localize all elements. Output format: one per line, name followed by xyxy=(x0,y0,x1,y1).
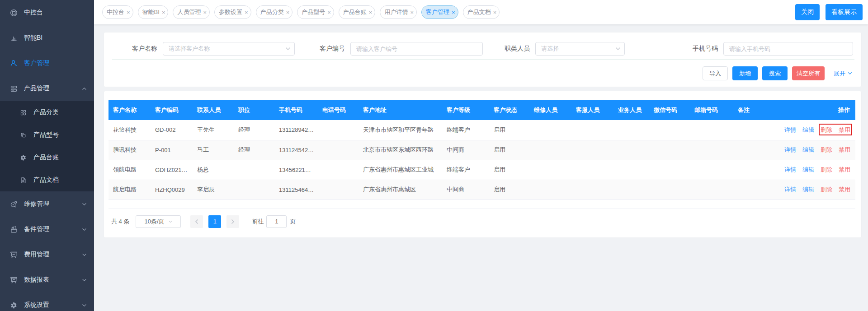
action-禁用-link[interactable]: 禁用 xyxy=(839,146,850,153)
tab-智能BI[interactable]: 智能BI× xyxy=(138,5,169,19)
action-删除-link[interactable]: 删除 xyxy=(821,126,832,133)
close-tab-icon[interactable]: × xyxy=(162,9,165,15)
cell-手机号码: 131124542… xyxy=(274,140,318,160)
highlight-annotation-wrap: 删除禁用 xyxy=(821,126,850,133)
tab-产品分类[interactable]: 产品分类× xyxy=(256,5,293,19)
page-size-select[interactable]: 10条/页 xyxy=(136,215,181,228)
close-tab-icon[interactable]: × xyxy=(127,9,130,15)
cell-业务人员 xyxy=(613,160,649,180)
select-placeholder: 请选择 xyxy=(541,45,613,53)
action-详情-link[interactable]: 详情 xyxy=(784,126,796,133)
filter-card: 客户名称请选择客户名称客户编号职类人员请选择手机号码 导入 新增 搜索 清空所有… xyxy=(104,32,861,87)
cell-备注 xyxy=(733,120,780,140)
close-tab-icon[interactable]: × xyxy=(286,9,290,15)
filter-input-field[interactable] xyxy=(729,46,849,52)
cell-手机号码: 131128942… xyxy=(274,120,318,140)
document-icon xyxy=(20,177,27,184)
close-tab-icon[interactable]: × xyxy=(410,9,414,15)
sidebar-subitem-label: 产品台账 xyxy=(33,153,59,162)
cell-职位: 经理 xyxy=(234,140,274,160)
sidebar-subitem-产品台账[interactable]: 产品台账 xyxy=(0,146,94,169)
close-tab-icon[interactable]: × xyxy=(245,9,248,15)
sidebar-subitem-产品分类[interactable]: 产品分类 xyxy=(0,101,94,124)
cell-职位 xyxy=(234,160,274,180)
sidebar-item-label: 维修管理 xyxy=(24,200,49,208)
tab-产品台账[interactable]: 产品台账× xyxy=(339,5,376,19)
action-禁用-link[interactable]: 禁用 xyxy=(839,126,850,133)
sidebar-item-4[interactable]: 产品管理 xyxy=(0,76,94,101)
column-header-电话号码: 电话号码 xyxy=(318,100,359,120)
action-详情-link[interactable]: 详情 xyxy=(784,146,796,153)
sidebar-item-2[interactable]: 智能BI xyxy=(0,25,94,51)
tab-label: 智能BI xyxy=(142,8,160,16)
page-size-value: 10条/页 xyxy=(144,218,164,226)
chevron-left-icon xyxy=(195,219,198,224)
filter-input-field[interactable] xyxy=(356,46,479,52)
action-禁用-link[interactable]: 禁用 xyxy=(839,166,850,173)
filter-field-label: 手机号码 xyxy=(665,45,718,53)
search-button[interactable]: 搜索 xyxy=(762,66,788,80)
sidebar-subitem-产品文档[interactable]: 产品文档 xyxy=(0,169,94,191)
chevron-right-icon xyxy=(231,219,235,224)
filter-input[interactable] xyxy=(350,42,483,56)
tab-参数设置[interactable]: 参数设置× xyxy=(214,5,251,19)
close-button[interactable]: 关闭 xyxy=(795,4,820,20)
tab-label: 客户管理 xyxy=(426,8,449,16)
import-button[interactable]: 导入 xyxy=(703,66,728,80)
close-tab-icon[interactable]: × xyxy=(327,9,331,15)
cell-维修人员 xyxy=(529,160,571,180)
board-display-button[interactable]: 看板展示 xyxy=(826,4,863,20)
sidebar-item-label: 备件管理 xyxy=(24,225,49,233)
sidebar-item-label: 系统设置 xyxy=(24,301,49,309)
filter-select[interactable]: 请选择 xyxy=(535,42,625,56)
filter-select[interactable]: 请选择客户名称 xyxy=(163,42,295,56)
tab-产品型号[interactable]: 产品型号× xyxy=(297,5,334,19)
action-删除-link[interactable]: 删除 xyxy=(821,166,832,173)
filter-input[interactable] xyxy=(723,42,853,56)
tab-label: 中控台 xyxy=(107,8,124,16)
close-tab-icon[interactable]: × xyxy=(452,9,455,15)
tab-人员管理[interactable]: 人员管理× xyxy=(173,5,210,19)
table-header-row: 客户名称客户编码联系人员职位手机号码电话号码客户地址客户等级客户状态维修人员客服… xyxy=(108,100,855,120)
tab-用户详情[interactable]: 用户详情× xyxy=(380,5,417,19)
tab-客户管理[interactable]: 客户管理× xyxy=(421,5,458,19)
action-编辑-link[interactable]: 编辑 xyxy=(802,126,814,133)
action-编辑-link[interactable]: 编辑 xyxy=(802,186,814,193)
action-删除-link[interactable]: 删除 xyxy=(821,146,832,153)
prev-page-button[interactable] xyxy=(190,215,203,228)
close-tab-icon[interactable]: × xyxy=(493,9,497,15)
sidebar-item-6[interactable]: 备件管理 xyxy=(0,217,94,242)
page-1-button[interactable]: 1 xyxy=(208,215,221,228)
action-禁用-link[interactable]: 禁用 xyxy=(839,186,850,193)
sidebar-item-9[interactable]: 系统设置 xyxy=(0,292,94,311)
sidebar-item-5[interactable]: 维修管理 xyxy=(0,191,94,217)
expand-link[interactable]: 展开 xyxy=(834,70,852,78)
chevron-up-icon xyxy=(82,87,87,90)
add-button[interactable]: 新增 xyxy=(732,66,758,80)
cell-业务人员 xyxy=(613,140,649,160)
cell-邮箱号码 xyxy=(690,140,733,160)
next-page-button[interactable] xyxy=(226,215,239,228)
sidebar-item-3[interactable]: 客户管理 xyxy=(0,51,94,76)
goto-page-input[interactable] xyxy=(266,215,287,228)
tab-中控台[interactable]: 中控台× xyxy=(102,5,133,19)
cell-维修人员 xyxy=(529,180,571,200)
sidebar-item-1[interactable]: 中控台 xyxy=(0,0,94,25)
close-tab-icon[interactable]: × xyxy=(203,9,207,15)
action-编辑-link[interactable]: 编辑 xyxy=(802,166,814,173)
action-删除-link[interactable]: 删除 xyxy=(821,186,832,193)
clear-all-button[interactable]: 清空所有 xyxy=(792,66,825,80)
tags-bar: 中控台×智能BI×人员管理×参数设置×产品分类×产品型号×产品台账×用户详情×客… xyxy=(94,0,868,24)
action-详情-link[interactable]: 详情 xyxy=(784,166,796,173)
close-tab-icon[interactable]: × xyxy=(369,9,373,15)
sidebar-item-7[interactable]: 费用管理 xyxy=(0,242,94,267)
sidebar-item-8[interactable]: 数据报表 xyxy=(0,267,94,292)
cell-客户编码: GD-002 xyxy=(151,120,193,140)
pagination: 共 4 条 10条/页 1 前往 页 xyxy=(108,215,855,228)
cell-客户地址: 北京市市辖区东城区西环路 xyxy=(359,140,442,160)
action-详情-link[interactable]: 详情 xyxy=(784,186,796,193)
table-card: 客户名称客户编码联系人员职位手机号码电话号码客户地址客户等级客户状态维修人员客服… xyxy=(104,91,861,237)
action-编辑-link[interactable]: 编辑 xyxy=(802,146,814,153)
sidebar-subitem-产品型号[interactable]: 产品型号 xyxy=(0,124,94,146)
tab-产品文档[interactable]: 产品文档× xyxy=(463,5,500,19)
